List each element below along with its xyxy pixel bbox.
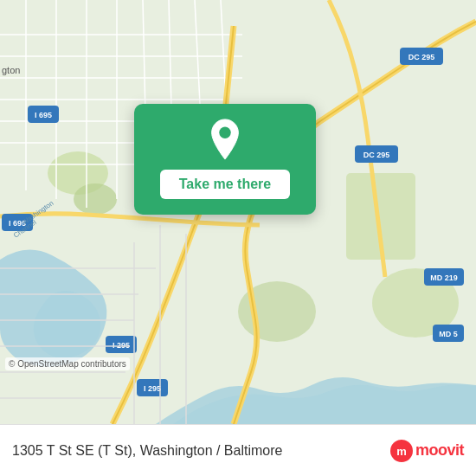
moovit-logo: m moovit: [389, 439, 464, 463]
svg-point-2: [74, 183, 117, 215]
svg-text:MD 219: MD 219: [430, 273, 458, 282]
moovit-label-text: moovit: [415, 441, 464, 460]
moovit-icon: m: [389, 439, 414, 463]
osm-attribution: © OpenStreetMap contributors: [5, 357, 130, 370]
svg-text:DC 295: DC 295: [363, 151, 390, 159]
location-card: Take me there: [134, 104, 316, 215]
svg-text:MD 5: MD 5: [439, 330, 458, 338]
svg-text:m: m: [396, 445, 407, 458]
location-pin-icon: [206, 118, 244, 161]
take-me-there-button[interactable]: Take me there: [160, 170, 290, 199]
map-container: I 295 I 295 DC 295 DC 295 I 695 I 395 I …: [0, 0, 476, 424]
svg-text:DC 295: DC 295: [408, 53, 435, 61]
svg-point-51: [219, 127, 230, 138]
svg-text:I 695: I 695: [35, 111, 52, 119]
svg-text:I 295: I 295: [113, 341, 130, 350]
svg-text:gton: gton: [2, 65, 20, 75]
address-text: 1305 T St SE (T St), Washington / Baltim…: [12, 443, 381, 459]
svg-text:I 295: I 295: [144, 384, 161, 393]
bottom-bar: 1305 T St SE (T St), Washington / Baltim…: [0, 424, 476, 476]
